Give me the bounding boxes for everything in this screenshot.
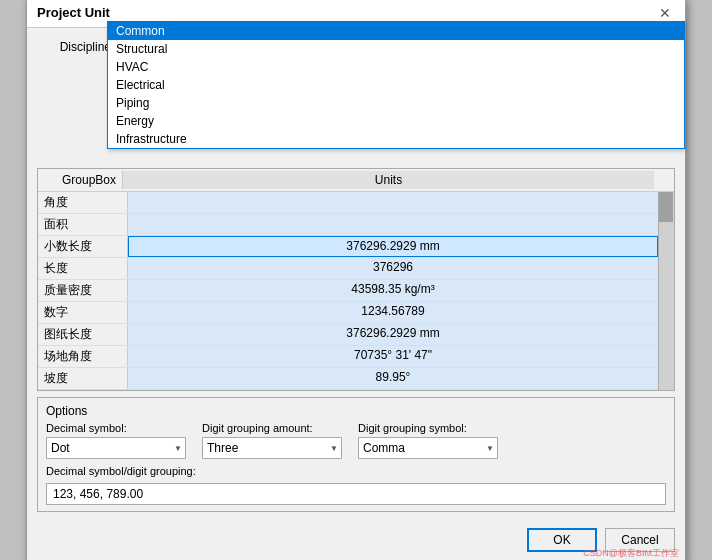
groupbox: GroupBox Units 角度 面积 (37, 168, 675, 391)
digit-grouping-symbol-select-wrapper: Comma Dot Space (358, 437, 498, 459)
digit-grouping-amount-select-wrapper: None Three (202, 437, 342, 459)
row-value-3[interactable]: 376296 (128, 258, 658, 279)
table-header-units: Units (122, 171, 654, 189)
preview-label: Decimal symbol/digit grouping: (46, 465, 666, 477)
row-label-6: 图纸长度 (38, 324, 128, 345)
table-row: 场地角度 70735° 31' 47" (38, 346, 658, 368)
table-row: 小数长度 376296.2929 mm (38, 236, 658, 258)
groupbox-inner: 角度 面积 小数长度 376296.2929 mm 长 (38, 192, 674, 390)
digit-grouping-symbol-label: Digit grouping symbol: (358, 422, 498, 434)
decimal-symbol-select[interactable]: Dot Comma (46, 437, 186, 459)
row-label-4: 质量密度 (38, 280, 128, 301)
dropdown-item-energy[interactable]: Energy (108, 112, 684, 130)
row-value-6[interactable]: 376296.2929 mm (128, 324, 658, 345)
table-row: 数字 1234.56789 (38, 302, 658, 324)
groupbox-title-row: GroupBox Units (38, 169, 674, 192)
discipline-label: Discipline (37, 40, 117, 54)
row-value-4[interactable]: 43598.35 kg/m³ (128, 280, 658, 301)
table-content: 角度 面积 小数长度 376296.2929 mm 长 (38, 192, 658, 390)
table-scrollbar[interactable] (658, 192, 674, 390)
dialog-body: Discipline Common Structural HVAC Electr… (27, 28, 685, 520)
dropdown-item-hvac[interactable]: HVAC (108, 58, 684, 76)
row-label-3: 长度 (38, 258, 128, 279)
table-row: 质量密度 43598.35 kg/m³ (38, 280, 658, 302)
dropdown-item-piping[interactable]: Piping (108, 94, 684, 112)
digit-grouping-amount-select[interactable]: None Three (202, 437, 342, 459)
decimal-symbol-label: Decimal symbol: (46, 422, 186, 434)
dialog-title: Project Unit (37, 5, 110, 20)
row-value-8[interactable]: 89.95° (128, 368, 658, 389)
preview-input[interactable] (46, 483, 666, 505)
row-value-1[interactable] (128, 214, 658, 235)
row-label-0: 角度 (38, 192, 128, 213)
digit-grouping-amount-label: Digit grouping amount: (202, 422, 342, 434)
options-title: Options (46, 404, 666, 418)
row-label-8: 坡度 (38, 368, 128, 389)
close-button[interactable]: ✕ (655, 5, 675, 21)
dropdown-item-infrastructure[interactable]: Infrastructure (108, 130, 684, 148)
row-label-1: 面积 (38, 214, 128, 235)
discipline-dropdown: Common Structural HVAC Electrical Piping… (107, 21, 685, 149)
row-label-5: 数字 (38, 302, 128, 323)
table-row: 坡度 89.95° (38, 368, 658, 390)
table-row: 角度 (38, 192, 658, 214)
preview-group: Decimal symbol/digit grouping: (46, 465, 666, 505)
digit-grouping-symbol-group: Digit grouping symbol: Comma Dot Space (358, 422, 498, 459)
scrollbar-thumb[interactable] (659, 192, 673, 222)
dropdown-item-common[interactable]: Common (108, 22, 684, 40)
options-section: Options Decimal symbol: Dot Comma Digit … (37, 397, 675, 512)
row-label-7: 场地角度 (38, 346, 128, 367)
dropdown-item-structural[interactable]: Structural (108, 40, 684, 58)
digit-grouping-amount-group: Digit grouping amount: None Three (202, 422, 342, 459)
groupbox-label: GroupBox (42, 173, 122, 187)
decimal-symbol-select-wrapper: Dot Comma (46, 437, 186, 459)
dropdown-item-electrical[interactable]: Electrical (108, 76, 684, 94)
decimal-symbol-group: Decimal symbol: Dot Comma (46, 422, 186, 459)
table-row: 长度 376296 (38, 258, 658, 280)
project-unit-dialog: Project Unit ✕ Discipline Common Structu… (26, 0, 686, 560)
digit-grouping-symbol-select[interactable]: Comma Dot Space (358, 437, 498, 459)
row-label-2: 小数长度 (38, 236, 128, 257)
table-row: 面积 (38, 214, 658, 236)
options-controls-row: Decimal symbol: Dot Comma Digit grouping… (46, 422, 666, 459)
row-value-2[interactable]: 376296.2929 mm (128, 236, 658, 257)
watermark: CSDN@极客BIM工作室 (583, 547, 679, 560)
row-value-5[interactable]: 1234.56789 (128, 302, 658, 323)
table-row: 图纸长度 376296.2929 mm (38, 324, 658, 346)
row-value-0[interactable] (128, 192, 658, 213)
row-value-7[interactable]: 70735° 31' 47" (128, 346, 658, 367)
